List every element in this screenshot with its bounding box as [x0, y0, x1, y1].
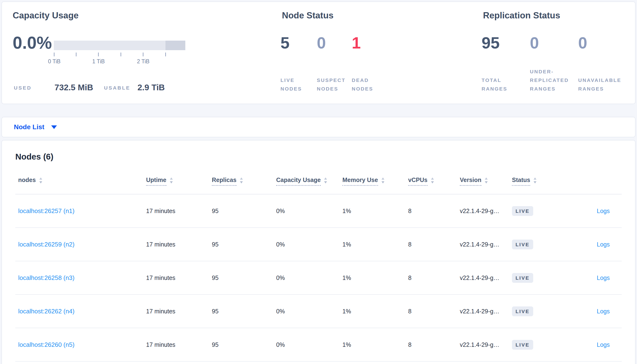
vcpus-cell: 8: [408, 308, 460, 315]
memory-cell: 1%: [343, 274, 408, 281]
live-nodes-label: LIVE NODES: [280, 76, 313, 93]
logs-link[interactable]: Logs: [597, 308, 610, 314]
node-link[interactable]: localhost:26257 (n1): [18, 207, 75, 214]
table-row: localhost:26258 (n3) 17 minutes 95 0% 1%…: [15, 261, 622, 295]
replication-status-panel: Replication Status 95 0 0 TOTAL RANGES U…: [482, 2, 634, 104]
capacity-cell: 0%: [276, 241, 343, 248]
node-link[interactable]: localhost:26260 (n5): [18, 341, 75, 348]
capacity-usage-title: Capacity Usage: [13, 10, 79, 20]
column-header-status[interactable]: Status: [512, 176, 573, 186]
axis-tick-label: 0 TiB: [48, 58, 61, 65]
node-status-title: Node Status: [282, 10, 334, 20]
usable-label: USABLE: [104, 85, 130, 91]
version-cell: v22.1.4-29-g…: [460, 341, 512, 348]
capacity-bar-other-segment: [165, 40, 185, 50]
node-status-values: 5 0 1: [280, 34, 404, 52]
status-badge: LIVE: [512, 306, 533, 316]
live-nodes-value: 5: [280, 34, 317, 52]
replication-values: 95 0 0: [482, 34, 633, 52]
vcpus-cell: 8: [408, 341, 460, 348]
axis-tick-label: 2 TiB: [137, 58, 149, 65]
status-badge: LIVE: [512, 273, 533, 283]
version-cell: v22.1.4-29-g…: [460, 274, 512, 281]
node-status-panel: Node Status 5 0 1 LIVE NODES SUSPECT NOD…: [280, 2, 462, 104]
version-cell: v22.1.4-29-g…: [460, 208, 512, 214]
uptime-cell: 17 minutes: [146, 274, 212, 281]
axis-tick: [121, 52, 121, 56]
axis-tick: [143, 52, 143, 56]
node-link[interactable]: localhost:26259 (n2): [18, 241, 75, 248]
vcpus-cell: 8: [408, 208, 460, 214]
sort-icon: [484, 177, 488, 184]
sort-icon: [239, 177, 243, 184]
axis-tick-label: 1 TiB: [92, 58, 105, 65]
table-row: localhost:26262 (n4) 17 minutes 95 0% 1%…: [15, 295, 622, 328]
replicas-cell: 95: [212, 274, 276, 281]
used-label: USED: [14, 85, 32, 91]
memory-cell: 1%: [343, 308, 408, 315]
sort-icon: [430, 177, 435, 184]
node-status-labels: LIVE NODES SUSPECT NODES DEAD NODES: [280, 76, 404, 93]
capacity-cell: 0%: [276, 308, 343, 315]
replicas-cell: 95: [212, 241, 276, 248]
total-ranges-label: TOTAL RANGES: [482, 76, 528, 93]
memory-cell: 1%: [343, 208, 408, 214]
unavailable-ranges-label: UNAVAILABLE RANGES: [578, 76, 633, 93]
under-replicated-ranges-value: 0: [530, 34, 578, 52]
node-link[interactable]: localhost:26262 (n4): [18, 308, 75, 315]
status-badge: LIVE: [512, 240, 533, 249]
replicas-cell: 95: [212, 308, 276, 315]
capacity-usage-panel: Capacity Usage 0.0% 0 TiB 1 TiB 2 TiB US…: [13, 2, 276, 104]
logs-link[interactable]: Logs: [597, 274, 610, 281]
suspect-nodes-value: 0: [317, 34, 352, 52]
node-link[interactable]: localhost:26258 (n3): [18, 274, 75, 281]
dead-nodes-label: DEAD NODES: [352, 76, 384, 93]
cluster-summary-card: Capacity Usage 0.0% 0 TiB 1 TiB 2 TiB US…: [2, 2, 635, 104]
replicas-cell: 95: [212, 208, 276, 214]
replication-labels: TOTAL RANGES UNDER- REPLICATED RANGES UN…: [482, 67, 633, 93]
capacity-usage-bar: 0 TiB 1 TiB 2 TiB: [54, 40, 185, 50]
column-header-capacity-usage[interactable]: Capacity Usage: [276, 176, 343, 186]
capacity-cell: 0%: [276, 208, 343, 214]
axis-tick: [165, 52, 166, 56]
capacity-stats-row: USED 732.5 MiB USABLE 2.9 TiB: [14, 80, 277, 92]
under-replicated-ranges-label: UNDER- REPLICATED RANGES: [530, 67, 576, 93]
vcpus-cell: 8: [408, 241, 460, 248]
sort-icon: [169, 177, 173, 184]
column-header-memory-use[interactable]: Memory Use: [343, 176, 408, 186]
column-header-vcpus[interactable]: vCPUs: [408, 176, 460, 186]
status-badge: LIVE: [512, 206, 533, 216]
usable-value: 2.9 TiB: [138, 83, 165, 92]
node-list-dropdown[interactable]: Node List: [14, 123, 45, 131]
axis-tick: [54, 52, 55, 56]
column-header-uptime[interactable]: Uptime: [146, 176, 212, 186]
axis-tick: [98, 52, 99, 56]
column-header-nodes[interactable]: nodes: [15, 176, 146, 186]
sort-icon: [39, 177, 43, 184]
nodes-table-header-row: nodes Uptime Replicas Capacity Usage Mem…: [15, 162, 622, 194]
unavailable-ranges-value: 0: [578, 34, 633, 52]
nodes-table-title: Nodes (6): [15, 140, 622, 162]
nodes-table-card: Nodes (6) nodes Uptime Replicas Capacity…: [2, 140, 635, 364]
used-value: 732.5 MiB: [55, 83, 93, 92]
table-row: localhost:26260 (n5) 17 minutes 95 0% 1%…: [15, 328, 622, 362]
logs-link[interactable]: Logs: [597, 208, 610, 214]
status-badge: LIVE: [512, 340, 533, 350]
replication-status-title: Replication Status: [483, 10, 560, 20]
logs-link[interactable]: Logs: [597, 341, 610, 348]
sort-icon: [533, 177, 537, 184]
capacity-bar-usable-segment: [54, 40, 165, 50]
vcpus-cell: 8: [408, 274, 460, 281]
memory-cell: 1%: [343, 341, 408, 348]
total-ranges-value: 95: [482, 34, 530, 52]
uptime-cell: 17 minutes: [146, 208, 212, 214]
capacity-percent-value: 0.0%: [13, 33, 52, 52]
logs-link[interactable]: Logs: [597, 241, 610, 248]
version-cell: v22.1.4-29-g…: [460, 241, 512, 248]
sort-icon: [381, 177, 385, 184]
table-row: localhost:26259 (n2) 17 minutes 95 0% 1%…: [15, 228, 622, 261]
uptime-cell: 17 minutes: [146, 308, 212, 315]
column-header-version[interactable]: Version: [460, 176, 512, 186]
view-selector-card: Node List: [2, 117, 635, 137]
column-header-replicas[interactable]: Replicas: [212, 176, 276, 186]
